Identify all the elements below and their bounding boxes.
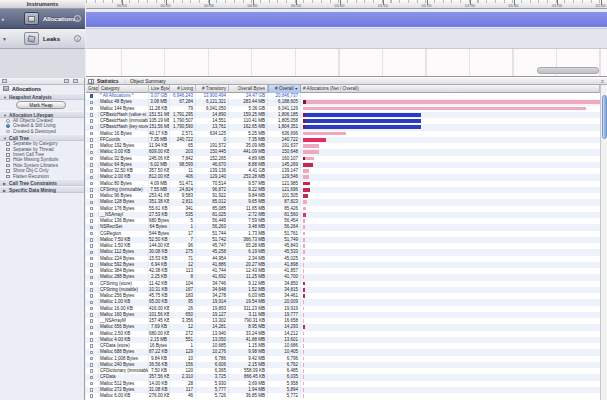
graph-checkbox[interactable] [90,369,93,372]
leaks-track-lane[interactable] [86,29,607,49]
graph-checkbox[interactable] [90,388,93,391]
checkbox-icon[interactable] [6,175,10,179]
tab-object-summary[interactable]: Object Summary [130,78,166,85]
view-icon[interactable] [2,79,7,83]
checkbox-icon[interactable] [6,169,10,173]
grid-view-icon[interactable] [88,79,94,84]
radio-icon[interactable] [6,124,10,128]
graph-checkbox[interactable] [90,332,93,335]
sidebar-section-header[interactable]: ▶Specific Data Mining [0,186,84,193]
graph-checkbox[interactable] [90,94,93,97]
list-options-icon[interactable]: ≡ [601,79,604,84]
allocations-track-lane[interactable] [86,9,607,29]
graph-checkbox[interactable] [90,276,93,279]
graph-checkbox[interactable] [90,307,93,310]
column-header-category[interactable]: Category [99,85,149,93]
checkbox-icon[interactable] [6,158,10,162]
graph-checkbox[interactable] [90,376,93,379]
graph-checkbox[interactable] [90,301,93,304]
graph-checkbox[interactable] [90,126,93,129]
graph-checkbox[interactable] [90,188,93,191]
graph-checkbox[interactable] [90,238,93,241]
checkbox-icon[interactable] [6,142,10,146]
radio-icon[interactable] [6,130,10,134]
graph-checkbox[interactable] [90,263,93,266]
graph-checkbox[interactable] [90,288,93,291]
disclosure-triangle-icon[interactable]: ▶ [3,188,6,193]
vertical-scrollbar[interactable] [600,85,607,400]
checkbox-icon[interactable] [6,164,10,168]
graph-checkbox[interactable] [90,207,93,210]
section-label: Specific Data Mining [9,187,56,194]
sidebar-section-header[interactable]: ▼Heapshot Analysis [0,93,84,100]
graph-checkbox[interactable] [90,151,93,154]
mark-heap-button[interactable]: Mark Heap [16,101,66,109]
graph-checkbox[interactable] [90,244,93,247]
graph-checkbox[interactable] [90,319,93,322]
graph-checkbox[interactable] [90,282,93,285]
table-row[interactable]: Malloc 6.00 KB276.00 KB465,72636.85 MB5,… [86,393,600,399]
column-header-living[interactable]: # Living [170,85,196,93]
allocation-bar [303,232,305,236]
graph-checkbox[interactable] [90,113,93,116]
graph-checkbox[interactable] [90,169,93,172]
graph-checkbox[interactable] [90,119,93,122]
graph-checkbox[interactable] [90,157,93,160]
graph-checkbox[interactable] [90,163,93,166]
graph-checkbox[interactable] [90,382,93,385]
column-header-alloc[interactable]: # Allocations (Net / Overall) [301,85,600,93]
graph-checkbox[interactable] [90,201,93,204]
graph-checkbox[interactable] [90,213,93,216]
disclosure-triangle-icon[interactable]: ▸ [2,16,5,22]
graph-checkbox[interactable] [90,219,93,222]
graph-checkbox[interactable] [90,101,93,104]
graph-checkbox[interactable] [90,357,93,360]
graph-checkbox[interactable] [90,294,93,297]
info-icon[interactable]: i [74,35,81,42]
sidebar-section-header[interactable]: ▼Call Tree [0,134,84,141]
disclosure-triangle-icon[interactable]: ▼ [2,36,7,42]
track-header-allocations[interactable]: ▸ Allocations i [0,9,85,29]
sidebar-instrument-row[interactable]: Allocations [0,85,84,93]
graph-checkbox[interactable] [90,176,93,179]
graph-checkbox[interactable] [90,226,93,229]
panel-icon[interactable] [64,79,69,83]
graph-checkbox[interactable] [90,313,93,316]
time-ruler[interactable]: 00:1000:2000:3000:4000:5001:0001:1001:20… [86,0,607,9]
graph-checkbox[interactable] [90,182,93,185]
graph-checkbox[interactable] [90,326,93,329]
tab-statistics[interactable]: Statistics [97,78,118,85]
graph-checkbox[interactable] [90,344,93,347]
graph-checkbox[interactable] [90,107,93,110]
info-icon[interactable]: i [74,15,81,22]
checkbox-icon[interactable] [6,148,10,152]
scrollbar-thumb[interactable] [602,95,607,139]
graph-checkbox[interactable] [90,138,93,141]
column-header-overall[interactable]: Overall Bytes [229,85,268,93]
track-detail-lane[interactable] [86,49,607,77]
column-header-live[interactable]: Live Bytes [149,85,170,93]
graph-checkbox[interactable] [90,363,93,366]
checkbox-icon[interactable] [6,153,10,157]
allocation-bar [303,313,304,317]
graph-checkbox[interactable] [90,394,93,397]
zoom-slider[interactable] [537,67,599,74]
panel-icon[interactable] [73,79,78,83]
sidebar-section-header[interactable]: ▶Call Tree Constraints [0,179,84,186]
graph-checkbox[interactable] [90,194,93,197]
column-header-transitory[interactable]: # Transitory [196,85,229,93]
track-header-leaks[interactable]: ▼ Leaks i [0,29,85,49]
graph-checkbox[interactable] [90,257,93,260]
graph-checkbox[interactable] [90,338,93,341]
graph-checkbox[interactable] [90,144,93,147]
sidebar-section-header[interactable]: ▼Allocation Lifespan [0,111,84,118]
radio-icon[interactable] [6,119,10,123]
column-header-graph[interactable]: Graph [86,85,99,93]
lower-pane: Allocations ▼Heapshot AnalysisMark Heap▼… [0,78,607,400]
graph-checkbox[interactable] [90,251,93,254]
graph-checkbox[interactable] [90,269,93,272]
graph-checkbox[interactable] [90,132,93,135]
graph-checkbox[interactable] [90,232,93,235]
column-header-count[interactable]: # Overall ▼ [268,85,301,93]
graph-checkbox[interactable] [90,351,93,354]
